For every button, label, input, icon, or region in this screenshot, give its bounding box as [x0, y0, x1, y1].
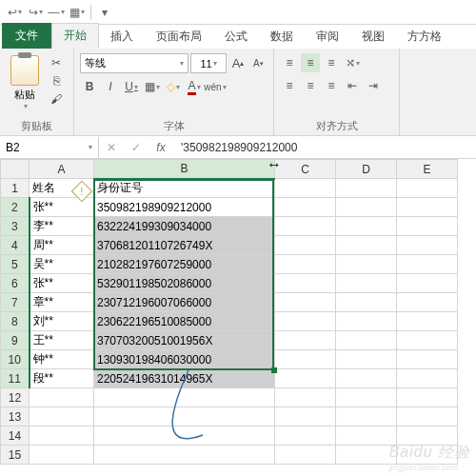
cell-C1[interactable] [275, 179, 336, 198]
cell-E2[interactable] [397, 198, 458, 217]
cell-C8[interactable] [275, 312, 336, 331]
bold-button[interactable]: B [80, 77, 99, 96]
tab-review[interactable]: 审阅 [305, 25, 350, 49]
cell-D9[interactable] [336, 331, 397, 350]
row-header-6[interactable]: 6 [1, 274, 30, 293]
cell-D5[interactable] [336, 255, 397, 274]
border-button[interactable]: ▦▾ [143, 77, 162, 96]
cell-C5[interactable] [275, 255, 336, 274]
tab-layout[interactable]: 页面布局 [145, 25, 213, 49]
font-name-combo[interactable]: 等线▾ [80, 53, 188, 73]
insert-function-button[interactable]: fx [149, 137, 173, 158]
cell-D14[interactable] [336, 426, 397, 446]
cell-D10[interactable] [336, 350, 397, 369]
row-header-14[interactable]: 14 [1, 426, 30, 446]
formula-cancel-button[interactable]: ✕ [99, 137, 124, 158]
tab-data[interactable]: 数据 [259, 25, 305, 49]
orientation-button[interactable]: ⤭▾ [343, 53, 362, 72]
cut-button[interactable]: ✂ [48, 55, 65, 70]
cell-D7[interactable] [336, 293, 397, 312]
cell-C6[interactable] [275, 274, 336, 293]
cell-A4[interactable]: 周** [30, 236, 94, 255]
cell-E10[interactable] [397, 350, 458, 369]
row-header-5[interactable]: 5 [1, 255, 30, 274]
italic-button[interactable]: I [101, 77, 120, 96]
cell-C12[interactable] [275, 388, 336, 407]
cell-B2[interactable]: 350982198909212000 [94, 198, 275, 217]
cell-A5[interactable]: 吴** [30, 255, 94, 274]
qat-more[interactable]: ▾ [94, 2, 115, 23]
cell-A7[interactable]: 章** [30, 293, 94, 312]
cell-C13[interactable] [275, 407, 336, 426]
cell-E6[interactable] [397, 274, 458, 293]
row-header-12[interactable]: 12 [1, 388, 30, 407]
cell-E4[interactable] [397, 236, 458, 255]
row-header-9[interactable]: 9 [1, 331, 30, 350]
cell-B3[interactable]: 632224199309034000 [94, 217, 275, 236]
cell-C10[interactable] [275, 350, 336, 369]
cell-E3[interactable] [397, 217, 458, 236]
row-header-11[interactable]: 11 [1, 369, 30, 388]
row-header-15[interactable]: 15 [1, 446, 30, 465]
row-header-13[interactable]: 13 [1, 407, 30, 426]
cell-E13[interactable] [397, 407, 458, 426]
underline-button[interactable]: U▾ [122, 77, 141, 96]
tab-view[interactable]: 视图 [350, 25, 396, 49]
col-header-B[interactable]: B [94, 160, 275, 179]
row-header-10[interactable]: 10 [1, 350, 30, 369]
row-header-4[interactable]: 4 [1, 236, 30, 255]
select-all-corner[interactable] [1, 160, 30, 179]
cell-E7[interactable] [397, 293, 458, 312]
cell-C3[interactable] [275, 217, 336, 236]
cell-A6[interactable]: 张** [30, 274, 94, 293]
cell-B15[interactable] [94, 446, 275, 465]
font-size-combo[interactable]: 11▾ [190, 53, 228, 73]
formula-text[interactable]: '350982198909212000 [173, 141, 297, 154]
cell-D11[interactable] [336, 369, 397, 388]
cell-A14[interactable] [30, 426, 94, 446]
col-header-D[interactable]: D [336, 160, 397, 179]
cell-B5[interactable]: 210282197607259000 [94, 255, 275, 274]
cell-B6[interactable]: 532901198502086000 [94, 274, 275, 293]
qat-dash[interactable]: —▾ [46, 2, 67, 23]
cell-C15[interactable] [275, 446, 336, 465]
row-header-7[interactable]: 7 [1, 293, 30, 312]
tab-addin[interactable]: 方方格 [396, 25, 453, 49]
cell-A3[interactable]: 李** [30, 217, 94, 236]
cell-B10[interactable]: 130930198406030000 [94, 350, 275, 369]
format-painter-button[interactable]: 🖌 [48, 91, 65, 107]
cell-C11[interactable] [275, 369, 336, 388]
cell-D6[interactable] [336, 274, 397, 293]
row-header-3[interactable]: 3 [1, 217, 30, 236]
cell-D8[interactable] [336, 312, 397, 331]
cell-C9[interactable] [275, 331, 336, 350]
qat-grid[interactable]: ▦▾ [67, 2, 88, 23]
tab-file[interactable]: 文件 [2, 23, 51, 49]
cell-D4[interactable] [336, 236, 397, 255]
cell-B14[interactable] [94, 426, 275, 446]
row-header-2[interactable]: 2 [1, 198, 30, 217]
cell-B12[interactable] [94, 388, 275, 407]
cell-A2[interactable]: 张** [30, 198, 94, 217]
font-color-button[interactable]: A▾ [185, 77, 204, 96]
cell-D1[interactable] [336, 179, 397, 198]
formula-enter-button[interactable]: ✓ [124, 137, 149, 158]
paste-button[interactable]: 粘贴 ▾ [6, 51, 44, 117]
grow-font-button[interactable]: A▴ [228, 54, 247, 73]
cell-A15[interactable] [30, 446, 94, 465]
cell-E9[interactable] [397, 331, 458, 350]
cell-E11[interactable] [397, 369, 458, 388]
cell-A11[interactable]: 段** [30, 369, 94, 388]
col-header-E[interactable]: E [397, 160, 458, 179]
redo-button[interactable]: ↪▾ [25, 2, 46, 23]
tab-insert[interactable]: 插入 [99, 25, 145, 49]
cell-C7[interactable] [275, 293, 336, 312]
align-left-button[interactable]: ≡ [280, 76, 299, 95]
cell-D12[interactable] [336, 388, 397, 407]
cell-E5[interactable] [397, 255, 458, 274]
name-box[interactable]: B2▾ [0, 137, 99, 158]
tab-formula[interactable]: 公式 [213, 25, 259, 49]
row-header-1[interactable]: 1 [1, 179, 30, 198]
cell-C14[interactable] [275, 426, 336, 446]
col-header-C[interactable]: C [275, 160, 336, 179]
